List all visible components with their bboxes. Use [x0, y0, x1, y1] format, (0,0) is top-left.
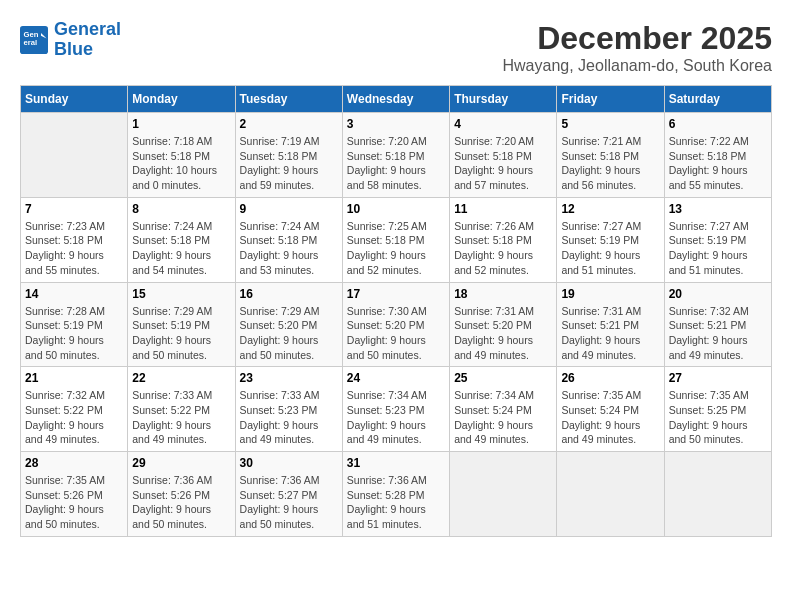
calendar-cell: 24Sunrise: 7:34 AM Sunset: 5:23 PM Dayli… — [342, 367, 449, 452]
calendar-cell: 12Sunrise: 7:27 AM Sunset: 5:19 PM Dayli… — [557, 197, 664, 282]
day-info: Sunrise: 7:33 AM Sunset: 5:22 PM Dayligh… — [132, 388, 230, 447]
day-number: 3 — [347, 117, 445, 131]
calendar-cell: 10Sunrise: 7:25 AM Sunset: 5:18 PM Dayli… — [342, 197, 449, 282]
day-info: Sunrise: 7:33 AM Sunset: 5:23 PM Dayligh… — [240, 388, 338, 447]
day-number: 31 — [347, 456, 445, 470]
day-info: Sunrise: 7:30 AM Sunset: 5:20 PM Dayligh… — [347, 304, 445, 363]
header-monday: Monday — [128, 86, 235, 113]
calendar-cell: 6Sunrise: 7:22 AM Sunset: 5:18 PM Daylig… — [664, 113, 771, 198]
calendar-cell: 31Sunrise: 7:36 AM Sunset: 5:28 PM Dayli… — [342, 452, 449, 537]
day-number: 25 — [454, 371, 552, 385]
day-info: Sunrise: 7:32 AM Sunset: 5:21 PM Dayligh… — [669, 304, 767, 363]
page-header: Gen eral General Blue December 2025 Hway… — [20, 20, 772, 75]
calendar-cell: 18Sunrise: 7:31 AM Sunset: 5:20 PM Dayli… — [450, 282, 557, 367]
header-friday: Friday — [557, 86, 664, 113]
calendar-cell — [21, 113, 128, 198]
calendar-cell: 2Sunrise: 7:19 AM Sunset: 5:18 PM Daylig… — [235, 113, 342, 198]
day-info: Sunrise: 7:35 AM Sunset: 5:25 PM Dayligh… — [669, 388, 767, 447]
calendar-cell: 4Sunrise: 7:20 AM Sunset: 5:18 PM Daylig… — [450, 113, 557, 198]
calendar-cell: 15Sunrise: 7:29 AM Sunset: 5:19 PM Dayli… — [128, 282, 235, 367]
calendar-week-row: 1Sunrise: 7:18 AM Sunset: 5:18 PM Daylig… — [21, 113, 772, 198]
header-saturday: Saturday — [664, 86, 771, 113]
calendar-week-row: 28Sunrise: 7:35 AM Sunset: 5:26 PM Dayli… — [21, 452, 772, 537]
day-info: Sunrise: 7:31 AM Sunset: 5:21 PM Dayligh… — [561, 304, 659, 363]
calendar-cell — [450, 452, 557, 537]
day-number: 21 — [25, 371, 123, 385]
logo-line1: General — [54, 19, 121, 39]
day-info: Sunrise: 7:18 AM Sunset: 5:18 PM Dayligh… — [132, 134, 230, 193]
svg-text:eral: eral — [24, 38, 38, 47]
calendar-cell: 20Sunrise: 7:32 AM Sunset: 5:21 PM Dayli… — [664, 282, 771, 367]
calendar-cell: 7Sunrise: 7:23 AM Sunset: 5:18 PM Daylig… — [21, 197, 128, 282]
day-info: Sunrise: 7:28 AM Sunset: 5:19 PM Dayligh… — [25, 304, 123, 363]
day-number: 4 — [454, 117, 552, 131]
day-info: Sunrise: 7:35 AM Sunset: 5:26 PM Dayligh… — [25, 473, 123, 532]
day-info: Sunrise: 7:27 AM Sunset: 5:19 PM Dayligh… — [561, 219, 659, 278]
header-wednesday: Wednesday — [342, 86, 449, 113]
day-number: 24 — [347, 371, 445, 385]
calendar-cell: 14Sunrise: 7:28 AM Sunset: 5:19 PM Dayli… — [21, 282, 128, 367]
calendar-cell — [664, 452, 771, 537]
calendar-cell: 16Sunrise: 7:29 AM Sunset: 5:20 PM Dayli… — [235, 282, 342, 367]
day-info: Sunrise: 7:20 AM Sunset: 5:18 PM Dayligh… — [454, 134, 552, 193]
day-info: Sunrise: 7:36 AM Sunset: 5:26 PM Dayligh… — [132, 473, 230, 532]
calendar-cell: 9Sunrise: 7:24 AM Sunset: 5:18 PM Daylig… — [235, 197, 342, 282]
calendar-cell: 22Sunrise: 7:33 AM Sunset: 5:22 PM Dayli… — [128, 367, 235, 452]
day-info: Sunrise: 7:23 AM Sunset: 5:18 PM Dayligh… — [25, 219, 123, 278]
calendar-cell: 5Sunrise: 7:21 AM Sunset: 5:18 PM Daylig… — [557, 113, 664, 198]
day-info: Sunrise: 7:29 AM Sunset: 5:19 PM Dayligh… — [132, 304, 230, 363]
calendar-week-row: 14Sunrise: 7:28 AM Sunset: 5:19 PM Dayli… — [21, 282, 772, 367]
day-info: Sunrise: 7:24 AM Sunset: 5:18 PM Dayligh… — [132, 219, 230, 278]
calendar-cell: 26Sunrise: 7:35 AM Sunset: 5:24 PM Dayli… — [557, 367, 664, 452]
logo-icon: Gen eral — [20, 26, 48, 54]
day-info: Sunrise: 7:35 AM Sunset: 5:24 PM Dayligh… — [561, 388, 659, 447]
day-number: 17 — [347, 287, 445, 301]
calendar-cell: 11Sunrise: 7:26 AM Sunset: 5:18 PM Dayli… — [450, 197, 557, 282]
calendar-cell: 8Sunrise: 7:24 AM Sunset: 5:18 PM Daylig… — [128, 197, 235, 282]
calendar-cell: 28Sunrise: 7:35 AM Sunset: 5:26 PM Dayli… — [21, 452, 128, 537]
calendar-cell — [557, 452, 664, 537]
calendar-header-row: Sunday Monday Tuesday Wednesday Thursday… — [21, 86, 772, 113]
calendar-cell: 17Sunrise: 7:30 AM Sunset: 5:20 PM Dayli… — [342, 282, 449, 367]
day-info: Sunrise: 7:19 AM Sunset: 5:18 PM Dayligh… — [240, 134, 338, 193]
calendar-cell: 30Sunrise: 7:36 AM Sunset: 5:27 PM Dayli… — [235, 452, 342, 537]
day-info: Sunrise: 7:22 AM Sunset: 5:18 PM Dayligh… — [669, 134, 767, 193]
day-info: Sunrise: 7:32 AM Sunset: 5:22 PM Dayligh… — [25, 388, 123, 447]
day-number: 26 — [561, 371, 659, 385]
day-info: Sunrise: 7:34 AM Sunset: 5:23 PM Dayligh… — [347, 388, 445, 447]
calendar-cell: 23Sunrise: 7:33 AM Sunset: 5:23 PM Dayli… — [235, 367, 342, 452]
svg-text:Gen: Gen — [24, 29, 39, 38]
day-info: Sunrise: 7:29 AM Sunset: 5:20 PM Dayligh… — [240, 304, 338, 363]
day-number: 29 — [132, 456, 230, 470]
day-number: 22 — [132, 371, 230, 385]
day-number: 1 — [132, 117, 230, 131]
calendar-table: Sunday Monday Tuesday Wednesday Thursday… — [20, 85, 772, 537]
month-title: December 2025 — [503, 20, 773, 57]
header-sunday: Sunday — [21, 86, 128, 113]
location-subtitle: Hwayang, Jeollanam-do, South Korea — [503, 57, 773, 75]
calendar-cell: 25Sunrise: 7:34 AM Sunset: 5:24 PM Dayli… — [450, 367, 557, 452]
day-number: 6 — [669, 117, 767, 131]
day-number: 28 — [25, 456, 123, 470]
day-info: Sunrise: 7:36 AM Sunset: 5:27 PM Dayligh… — [240, 473, 338, 532]
day-number: 19 — [561, 287, 659, 301]
day-number: 8 — [132, 202, 230, 216]
day-number: 23 — [240, 371, 338, 385]
day-number: 13 — [669, 202, 767, 216]
day-number: 10 — [347, 202, 445, 216]
calendar-cell: 3Sunrise: 7:20 AM Sunset: 5:18 PM Daylig… — [342, 113, 449, 198]
header-tuesday: Tuesday — [235, 86, 342, 113]
day-info: Sunrise: 7:26 AM Sunset: 5:18 PM Dayligh… — [454, 219, 552, 278]
logo: Gen eral General Blue — [20, 20, 121, 60]
day-info: Sunrise: 7:20 AM Sunset: 5:18 PM Dayligh… — [347, 134, 445, 193]
logo-line2: Blue — [54, 39, 93, 59]
day-number: 20 — [669, 287, 767, 301]
day-number: 30 — [240, 456, 338, 470]
calendar-cell: 13Sunrise: 7:27 AM Sunset: 5:19 PM Dayli… — [664, 197, 771, 282]
day-info: Sunrise: 7:34 AM Sunset: 5:24 PM Dayligh… — [454, 388, 552, 447]
calendar-cell: 1Sunrise: 7:18 AM Sunset: 5:18 PM Daylig… — [128, 113, 235, 198]
day-info: Sunrise: 7:36 AM Sunset: 5:28 PM Dayligh… — [347, 473, 445, 532]
day-number: 27 — [669, 371, 767, 385]
calendar-cell: 21Sunrise: 7:32 AM Sunset: 5:22 PM Dayli… — [21, 367, 128, 452]
day-number: 14 — [25, 287, 123, 301]
